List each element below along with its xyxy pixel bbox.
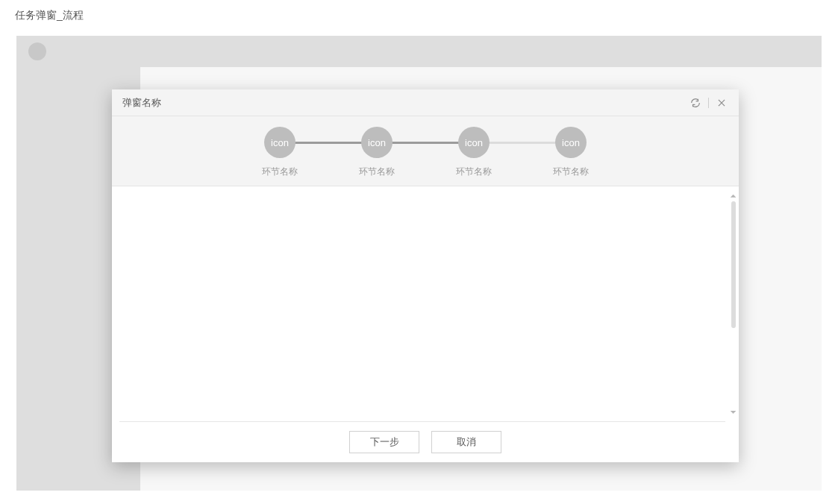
avatar <box>28 42 46 60</box>
page-title: 任务弹窗_流程 <box>0 0 838 31</box>
stepper: icon 环节名称 icon 环节名称 icon 环节名称 icon 环节名称 <box>231 127 619 178</box>
step-icon: icon <box>264 127 296 158</box>
refresh-icon[interactable] <box>689 96 702 110</box>
step-2[interactable]: icon 环节名称 <box>328 127 425 178</box>
scrollbar[interactable]: ⏶ ⏷ <box>731 192 737 416</box>
scroll-bottom-icon[interactable]: ⏷ <box>730 409 737 416</box>
app-header <box>16 36 822 67</box>
content-divider <box>119 421 725 422</box>
modal: 弹窗名称 icon 环节名称 icon 环节名称 icon <box>112 89 739 462</box>
scroll-top-icon[interactable]: ⏶ <box>730 192 737 200</box>
step-icon: icon <box>361 127 393 158</box>
modal-content: ⏶ ⏷ <box>112 186 739 422</box>
step-label: 环节名称 <box>262 166 298 178</box>
step-label: 环节名称 <box>359 166 395 178</box>
divider <box>708 98 709 108</box>
cancel-button[interactable]: 取消 <box>431 431 501 453</box>
step-label: 环节名称 <box>553 166 589 178</box>
modal-footer: 下一步 取消 <box>112 422 739 462</box>
scroll-thumb[interactable] <box>731 201 736 328</box>
step-label: 环节名称 <box>456 166 492 178</box>
step-1[interactable]: icon 环节名称 <box>231 127 328 178</box>
step-4[interactable]: icon 环节名称 <box>522 127 619 178</box>
modal-header: 弹窗名称 <box>112 89 739 116</box>
step-3[interactable]: icon 环节名称 <box>425 127 522 178</box>
modal-header-actions <box>689 96 728 110</box>
close-icon[interactable] <box>715 96 728 110</box>
stepper-area: icon 环节名称 icon 环节名称 icon 环节名称 icon 环节名称 <box>112 116 739 186</box>
next-button[interactable]: 下一步 <box>349 431 419 453</box>
modal-title: 弹窗名称 <box>122 96 689 110</box>
step-icon: icon <box>555 127 587 158</box>
step-icon: icon <box>458 127 490 158</box>
